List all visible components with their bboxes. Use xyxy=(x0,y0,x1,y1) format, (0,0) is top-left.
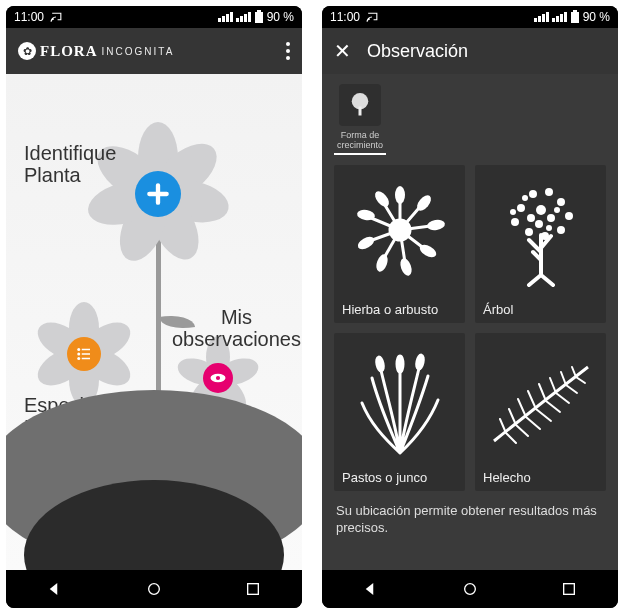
home-button[interactable] xyxy=(457,576,483,602)
svg-point-37 xyxy=(529,190,537,198)
card-grass[interactable]: Pastos o junco xyxy=(334,333,465,491)
tab-growth-form[interactable]: Forma de crecimiento xyxy=(334,84,386,155)
card-label: Hierba o arbusto xyxy=(342,302,438,317)
close-button[interactable]: ✕ xyxy=(334,39,351,63)
svg-point-36 xyxy=(517,204,525,212)
svg-point-31 xyxy=(374,252,390,272)
cast-icon xyxy=(50,11,63,24)
menu-button[interactable] xyxy=(286,42,290,60)
svg-point-4 xyxy=(77,353,80,356)
svg-point-34 xyxy=(372,188,391,208)
card-tree[interactable]: Árbol xyxy=(475,165,606,323)
card-herb[interactable]: Hierba o arbusto xyxy=(334,165,465,323)
status-bar: 11:00 90 % xyxy=(6,6,302,28)
battery-icon xyxy=(254,10,264,24)
recents-button[interactable] xyxy=(556,576,582,602)
svg-point-51 xyxy=(510,209,516,215)
svg-point-47 xyxy=(547,214,555,222)
svg-point-56 xyxy=(465,584,476,595)
growth-form-grid: Hierba o arbusto xyxy=(334,165,606,491)
signal-icon xyxy=(552,12,567,22)
svg-rect-0 xyxy=(255,12,263,23)
svg-point-46 xyxy=(527,214,535,222)
observation-body: Forma de crecimiento xyxy=(322,74,618,570)
app-subtitle: INCOGNITA xyxy=(102,46,175,57)
screen-title: Observación xyxy=(367,41,468,62)
app-bar: ✕ Observación xyxy=(322,28,618,74)
card-label: Pastos o junco xyxy=(342,470,427,485)
identify-label: Identifique Planta xyxy=(24,142,116,186)
recents-button[interactable] xyxy=(240,576,266,602)
svg-rect-13 xyxy=(573,10,577,12)
svg-point-10 xyxy=(149,584,160,595)
location-hint: Su ubicación permite obtener resultados … xyxy=(334,501,606,537)
tree-icon xyxy=(483,175,598,294)
status-bar: 11:00 90 % xyxy=(322,6,618,28)
status-time: 11:00 xyxy=(14,10,44,24)
battery-pct: 90 % xyxy=(267,10,294,24)
signal-icon xyxy=(534,12,549,22)
svg-point-26 xyxy=(395,186,405,204)
app-bar: ✿ FLORA INCOGNITA xyxy=(6,28,302,74)
signal-icon xyxy=(236,12,251,22)
svg-point-49 xyxy=(522,195,528,201)
card-label: Árbol xyxy=(483,302,513,317)
card-fern[interactable]: Helecho xyxy=(475,333,606,491)
status-time: 11:00 xyxy=(330,10,360,24)
home-button[interactable] xyxy=(141,576,167,602)
svg-point-2 xyxy=(77,348,80,351)
battery-pct: 90 % xyxy=(583,10,610,24)
svg-point-43 xyxy=(525,228,533,236)
svg-point-52 xyxy=(546,225,552,231)
svg-point-41 xyxy=(557,226,565,234)
plus-icon xyxy=(135,171,181,217)
svg-point-28 xyxy=(426,218,445,231)
card-label: Helecho xyxy=(483,470,531,485)
svg-rect-57 xyxy=(563,584,574,595)
svg-rect-11 xyxy=(247,584,258,595)
svg-rect-15 xyxy=(359,107,362,116)
svg-point-50 xyxy=(554,207,560,213)
svg-rect-1 xyxy=(257,10,261,12)
svg-rect-3 xyxy=(82,349,90,351)
cast-icon xyxy=(366,11,379,24)
growth-form-tabs: Forma de crecimiento xyxy=(334,84,606,155)
signal-icon xyxy=(218,12,233,22)
svg-point-48 xyxy=(535,220,543,228)
svg-point-54 xyxy=(375,356,384,371)
grass-icon xyxy=(342,343,457,462)
fern-icon xyxy=(483,343,598,462)
back-button[interactable] xyxy=(42,576,68,602)
svg-point-30 xyxy=(398,256,414,276)
app-title: FLORA xyxy=(40,43,98,60)
list-icon xyxy=(67,337,101,371)
svg-point-55 xyxy=(415,354,424,369)
eye-icon xyxy=(203,363,233,393)
nav-bar xyxy=(322,570,618,608)
nav-bar xyxy=(6,570,302,608)
svg-point-9 xyxy=(216,376,220,380)
svg-point-39 xyxy=(557,198,565,206)
observations-label: Mis observaciones xyxy=(172,306,301,350)
home-screen: Identifique Planta Especie Lista xyxy=(6,74,302,570)
svg-rect-7 xyxy=(82,358,90,360)
svg-point-32 xyxy=(355,234,376,252)
svg-point-40 xyxy=(565,212,573,220)
app-logo: ✿ FLORA INCOGNITA xyxy=(18,42,174,60)
svg-rect-5 xyxy=(82,353,90,355)
tree-icon xyxy=(339,84,381,126)
svg-rect-12 xyxy=(571,12,579,23)
svg-point-38 xyxy=(545,188,553,196)
logo-mark-icon: ✿ xyxy=(18,42,36,60)
svg-point-45 xyxy=(536,205,546,215)
svg-point-6 xyxy=(77,357,80,360)
phone-observation: 11:00 90 % ✕ Observación Forma de crecim… xyxy=(322,6,618,608)
svg-point-53 xyxy=(397,356,403,372)
back-button[interactable] xyxy=(358,576,384,602)
phone-home: 11:00 90 % ✿ FLORA INCOGNITA xyxy=(6,6,302,608)
tab-label: Forma de crecimiento xyxy=(334,130,386,150)
herb-icon xyxy=(342,175,457,294)
svg-point-44 xyxy=(511,218,519,226)
battery-icon xyxy=(570,10,580,24)
